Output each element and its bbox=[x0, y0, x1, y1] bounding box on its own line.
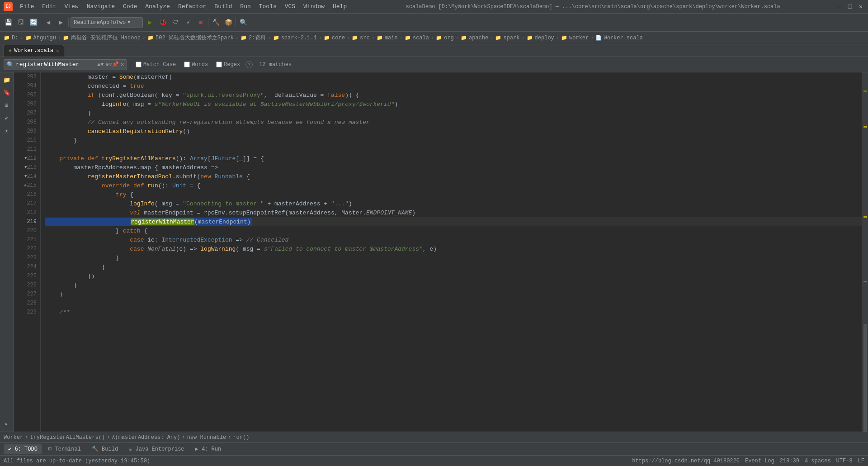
breadcrumb-item-worker-file[interactable]: Worker.scala bbox=[604, 35, 642, 41]
menu-code[interactable]: Code bbox=[119, 2, 141, 11]
back-button[interactable]: ◀ bbox=[43, 17, 54, 28]
breadcrumb-item-worker-dir[interactable]: worker bbox=[569, 35, 589, 41]
terminal-icon[interactable]: ▸ bbox=[2, 419, 12, 429]
prev-match-icon[interactable]: ▲ bbox=[97, 62, 100, 68]
breadcrumb-item-apache[interactable]: apache bbox=[469, 35, 488, 41]
menu-edit[interactable]: Edit bbox=[38, 2, 60, 11]
search-everywhere-button[interactable]: 🔍 bbox=[238, 17, 249, 28]
breadcrumb-item-hadoop[interactable]: 尚硅谷_安装程序包_Hadoop bbox=[71, 34, 141, 42]
arrow-icon-215: ● bbox=[24, 183, 27, 188]
tab-run[interactable]: ▶ 4: Run bbox=[191, 444, 226, 454]
match-case-checkbox[interactable] bbox=[136, 62, 142, 67]
menu-bar[interactable]: File Edit View Navigate Code Analyze Ref… bbox=[16, 2, 350, 11]
code-container[interactable]: 203 204 205 206 207 208 209 210 211 ▼ 21… bbox=[14, 72, 862, 432]
cursor-position[interactable]: 219:39 bbox=[780, 458, 799, 464]
menu-help[interactable]: Help bbox=[329, 2, 350, 11]
pin-icon[interactable]: 📌 bbox=[112, 61, 119, 68]
menu-navigate[interactable]: Navigate bbox=[83, 2, 118, 11]
window-controls[interactable]: — □ ✕ bbox=[835, 3, 864, 10]
blog-link[interactable]: https://blog.csdn.net/qq_40180220 bbox=[632, 458, 740, 464]
breadcrumb-bottom-runnable[interactable]: new Runnable bbox=[187, 434, 226, 441]
project-icon[interactable]: 📁 bbox=[2, 75, 12, 85]
breadcrumb-item-deploy[interactable]: deploy bbox=[535, 35, 554, 41]
breadcrumb-bottom-worker[interactable]: Worker bbox=[4, 434, 23, 441]
breadcrumb-icon-11: 📁 bbox=[461, 35, 467, 41]
coverage-button[interactable]: 🛡 bbox=[170, 17, 181, 28]
breadcrumb-item-data[interactable]: 2:资料 bbox=[249, 34, 266, 42]
words-option[interactable]: Words bbox=[181, 61, 211, 69]
menu-tools[interactable]: Tools bbox=[255, 2, 280, 11]
search-input[interactable] bbox=[16, 61, 97, 68]
tab-terminal[interactable]: ⊞ Terminal bbox=[44, 444, 85, 454]
maximize-button[interactable]: □ bbox=[846, 3, 854, 10]
code-line-205: if (conf.getBoolean( key = "spark.ui.rev… bbox=[45, 90, 862, 100]
left-side-panel: 📁 🔖 ⊞ ✔ ★ ▸ bbox=[0, 72, 14, 432]
breadcrumb-bottom-method[interactable]: tryRegisterAllMasters() bbox=[30, 434, 105, 441]
breadcrumb-item-org[interactable]: org bbox=[444, 35, 454, 41]
breadcrumb-item-core[interactable]: core bbox=[332, 35, 345, 41]
tab-close-button[interactable]: ✕ bbox=[56, 48, 59, 54]
right-panel bbox=[862, 72, 868, 432]
breadcrumb-item-atguigu[interactable]: Atguigu bbox=[33, 35, 56, 41]
package-icon[interactable]: 📦 bbox=[223, 17, 234, 28]
scroll-thumb[interactable] bbox=[863, 324, 867, 432]
sync-button[interactable]: 🔄 bbox=[28, 17, 39, 28]
match-case-label: Match Case bbox=[143, 62, 176, 68]
todo-icon[interactable]: ✔ bbox=[2, 113, 12, 123]
menu-view[interactable]: View bbox=[61, 2, 82, 11]
breadcrumb-item-src[interactable]: src bbox=[360, 35, 370, 41]
breadcrumb-bottom-lambda[interactable]: λ(masterAddress: Any) bbox=[112, 434, 180, 441]
stop-button[interactable]: ■ bbox=[195, 17, 206, 28]
close-button[interactable]: ✕ bbox=[857, 3, 864, 10]
tab-java-enterprise[interactable]: ☕ Java Enterprise bbox=[124, 444, 189, 454]
encoding-setting[interactable]: UTF-8 bbox=[836, 458, 853, 464]
run-config-dropdown[interactable]: RealTimeAppToTwo ▼ bbox=[71, 17, 143, 28]
close-search-icon[interactable]: ✕ bbox=[121, 61, 124, 68]
filter-icon[interactable]: ▽ bbox=[109, 61, 112, 68]
breadcrumb-item-scala[interactable]: scala bbox=[413, 35, 429, 41]
line-num-217: 217 bbox=[14, 199, 40, 208]
words-checkbox[interactable] bbox=[184, 62, 190, 67]
breadcrumb-item-drive[interactable]: D: bbox=[12, 35, 18, 41]
tab-todo[interactable]: ✔ 6: TODO bbox=[4, 444, 42, 454]
breadcrumb-bottom-run[interactable]: run() bbox=[233, 434, 249, 441]
favorites-icon[interactable]: ★ bbox=[2, 126, 12, 136]
code-content[interactable]: master = Some(masterRef) connected = tru… bbox=[41, 72, 862, 432]
regex-option[interactable]: Regex bbox=[213, 61, 243, 69]
menu-refactor[interactable]: Refactor bbox=[175, 2, 210, 11]
forward-button[interactable]: ▶ bbox=[56, 17, 66, 28]
menu-build[interactable]: Build bbox=[211, 2, 236, 11]
menu-run[interactable]: Run bbox=[236, 2, 254, 11]
breadcrumb-bottom: Worker › tryRegisterAllMasters() › λ(mas… bbox=[0, 432, 868, 442]
menu-file[interactable]: File bbox=[16, 2, 38, 11]
find-in-path-icon[interactable]: ⊕ bbox=[105, 61, 108, 68]
debug-button[interactable]: 🐞 bbox=[157, 17, 168, 28]
search-input-wrapper[interactable]: 🔍 ▲ ▼ ⊕ ▽ 📌 ✕ bbox=[4, 59, 127, 70]
breadcrumb-item-spark[interactable]: 502_尚硅谷大数据技术之Spark bbox=[156, 34, 234, 42]
bookmark-icon[interactable]: 🔖 bbox=[2, 88, 12, 98]
breadcrumb-item-main[interactable]: main bbox=[385, 35, 398, 41]
menu-analyze[interactable]: Analyze bbox=[142, 2, 174, 11]
structure-icon[interactable]: ⊞ bbox=[2, 100, 12, 110]
build-icon[interactable]: 🔨 bbox=[210, 17, 221, 28]
code-line-222: case NonFatal(e) => logWarning( msg = s"… bbox=[45, 244, 862, 253]
run-button[interactable]: ▶ bbox=[145, 17, 156, 28]
line-separator-setting[interactable]: LF bbox=[858, 458, 864, 464]
profile-button[interactable]: ⚡ bbox=[183, 17, 193, 28]
menu-window[interactable]: Window bbox=[300, 2, 328, 11]
regex-checkbox[interactable] bbox=[216, 62, 222, 67]
minimize-button[interactable]: — bbox=[835, 3, 843, 10]
status-message[interactable]: All files are up-to-date (yesterday 19:4… bbox=[4, 458, 150, 464]
event-log[interactable]: Event Log bbox=[745, 458, 774, 464]
search-help-icon[interactable]: ? bbox=[245, 61, 253, 68]
breadcrumb-item-spark211[interactable]: spark-2.1.1 bbox=[281, 35, 317, 41]
indent-setting[interactable]: 4 spaces bbox=[805, 458, 831, 464]
menu-vcs[interactable]: VCS bbox=[281, 2, 299, 11]
match-case-option[interactable]: Match Case bbox=[133, 61, 179, 69]
tab-worker-scala[interactable]: ● Worker.scala ✕ bbox=[4, 45, 64, 57]
next-match-icon[interactable]: ▼ bbox=[100, 62, 104, 68]
tab-build[interactable]: 🔨 Build bbox=[87, 444, 123, 454]
save-button[interactable]: 💾 bbox=[3, 17, 14, 28]
breadcrumb-item-spark-dir[interactable]: spark bbox=[503, 35, 519, 41]
save-all-button[interactable]: 🖫 bbox=[15, 17, 26, 28]
